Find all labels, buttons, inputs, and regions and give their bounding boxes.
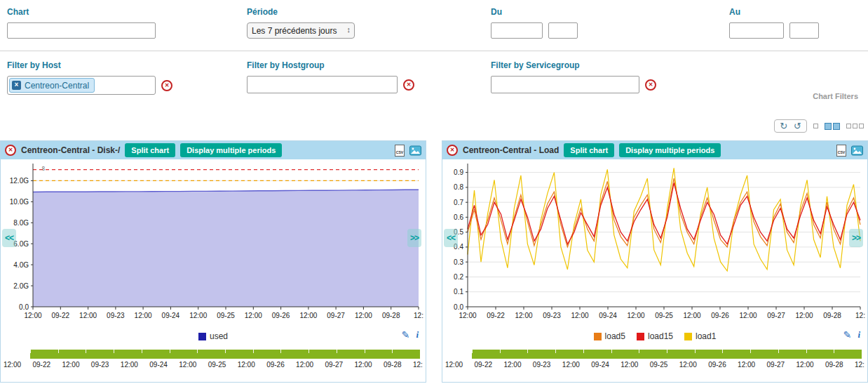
timeline-tick	[500, 350, 501, 353]
legend-label: load15	[648, 331, 673, 341]
svg-text:12:00: 12:00	[683, 312, 700, 319]
timeline-tick	[225, 350, 226, 353]
svg-text:CSV: CSV	[396, 150, 404, 154]
servicegroup-filter-input[interactable]	[491, 76, 639, 93]
timeline-tick	[30, 350, 31, 353]
csv-export-icon[interactable]: CSV	[394, 145, 406, 157]
refresh-controls: ↻ ↺	[774, 119, 807, 133]
svg-text:09-24: 09-24	[599, 312, 617, 319]
disk-scroll-left-button[interactable]: <<	[2, 229, 16, 247]
disk-split-chart-button[interactable]: Split chart	[125, 143, 175, 157]
legend-item[interactable]: load15	[637, 331, 673, 341]
chip-remove-icon[interactable]: ×	[12, 81, 21, 90]
load-scroll-right-button[interactable]: >>	[849, 229, 863, 247]
svg-text:09-27: 09-27	[767, 312, 785, 319]
chart-filter-input[interactable]	[7, 22, 156, 39]
svg-text:09-25: 09-25	[217, 312, 235, 319]
clear-host-filter-icon[interactable]: ✕	[161, 80, 172, 91]
legend-item[interactable]: used	[198, 331, 228, 341]
timeline-label: 12:00	[296, 361, 313, 369]
timeline-label: 09-28	[825, 361, 843, 369]
load-multiple-periods-button[interactable]: Display multiple periods	[619, 143, 721, 157]
auto-refresh-icon[interactable]: ↺	[794, 121, 801, 131]
host-filter-input[interactable]: × Centreon-Central	[7, 76, 156, 95]
svg-text:12:00: 12:00	[189, 312, 207, 319]
svg-text:12:00: 12:00	[299, 312, 317, 319]
svg-text:12:00: 12:00	[515, 312, 532, 319]
timeline-tick	[170, 350, 170, 353]
timeline-label: 09-25	[650, 361, 668, 369]
to-time-input[interactable]	[789, 22, 819, 39]
timeline-tick	[778, 350, 779, 353]
timeline-label: 09-23	[91, 361, 109, 369]
clear-hostgroup-filter-icon[interactable]: ✕	[403, 79, 414, 91]
legend-label: used	[210, 331, 228, 341]
svg-text:12:00: 12:00	[795, 312, 813, 319]
chart-info-icon[interactable]: i	[857, 329, 860, 340]
timeline-label: 12:00	[62, 361, 79, 369]
timeline-tick	[280, 350, 281, 353]
disk-scroll-right-button[interactable]: >>	[407, 229, 421, 247]
timeline-label: 12:00	[503, 361, 521, 369]
host-tag-chip[interactable]: × Centreon-Central	[9, 78, 95, 93]
timeline-label: 09-24	[149, 361, 168, 369]
disk-chart-title: Centreon-Central - Disk-/	[21, 145, 120, 155]
load-timeline-labels: 12:0009-2212:0009-2312:0009-2412:0009-25…	[445, 361, 864, 369]
view-three-columns-button[interactable]	[846, 124, 864, 128]
edit-chart-icon[interactable]: ✎	[402, 329, 410, 340]
view-two-columns-button[interactable]	[825, 123, 840, 130]
load-scroll-left-button[interactable]: <<	[444, 229, 458, 247]
timeline-tick	[667, 350, 667, 353]
remove-disk-chart-icon[interactable]: ✕	[5, 145, 16, 156]
load-chart-plot[interactable]: 0.00.10.20.30.40.50.60.70.80.912:0009-22…	[442, 159, 867, 326]
period-field: Période Les 7 précédents jours ↕	[247, 7, 355, 39]
timeline-label: 12:00	[621, 361, 638, 369]
timeline-label: 12:00	[445, 361, 463, 369]
hostgroup-filter-input[interactable]	[247, 76, 398, 93]
remove-load-chart-icon[interactable]: ✕	[447, 145, 458, 156]
legend-label: load5	[605, 331, 625, 341]
disk-chart-plot[interactable]: 0.02.0G4.0G6.0G8.0G10.0G12.0G12:0009-221…	[1, 159, 426, 326]
from-time-input[interactable]	[548, 22, 578, 39]
timeline-tick	[253, 350, 254, 353]
timeline-tick	[472, 350, 473, 353]
csv-export-icon[interactable]: CSV	[836, 145, 848, 157]
svg-text:0.8: 0.8	[454, 183, 463, 191]
timeline-label: 12:00	[796, 361, 814, 369]
disk-multiple-periods-button[interactable]: Display multiple periods	[180, 143, 282, 157]
to-date-input[interactable]	[729, 22, 784, 39]
chart-filter-field: Chart	[7, 7, 156, 39]
svg-text:12:00: 12:00	[571, 312, 588, 319]
legend-item[interactable]: load5	[594, 331, 625, 341]
period-label: Période	[247, 7, 355, 17]
load-timeline-bar[interactable]	[472, 350, 862, 359]
image-export-icon[interactable]	[851, 145, 863, 157]
svg-text:12:00: 12:00	[135, 312, 152, 319]
timeline-tick	[806, 350, 807, 353]
from-date-input[interactable]	[491, 22, 543, 39]
load-split-chart-button[interactable]: Split chart	[564, 143, 614, 157]
legend-item[interactable]: load1	[684, 331, 716, 341]
host-filter-label: Filter by Host	[7, 60, 172, 70]
view-single-column-button[interactable]	[813, 124, 818, 128]
timeline-tick	[337, 350, 337, 353]
edit-chart-icon[interactable]: ✎	[843, 329, 852, 340]
refresh-icon[interactable]: ↻	[780, 121, 787, 131]
svg-text:10.0G: 10.0G	[10, 198, 29, 206]
timeline-label: 09-26	[266, 361, 285, 369]
svg-text:09-23: 09-23	[107, 312, 125, 319]
disk-timeline-bar[interactable]	[30, 350, 420, 359]
timeline-tick	[555, 350, 556, 353]
charts-toolbar: ↻ ↺	[774, 119, 864, 133]
image-export-icon[interactable]	[409, 145, 421, 157]
chart-info-icon[interactable]: i	[416, 329, 419, 340]
timeline-tick	[750, 350, 751, 353]
clear-servicegroup-filter-icon[interactable]: ✕	[645, 79, 656, 91]
disk-timeline-labels: 12:0009-2212:0009-2312:0009-2412:0009-25…	[4, 361, 423, 369]
period-select[interactable]: Les 7 précédents jours	[247, 22, 355, 39]
svg-text:09-24: 09-24	[162, 312, 180, 319]
timeline-tick	[695, 350, 696, 353]
load-chart-panel: ✕ Centreon-Central - Load Split chart Di…	[442, 140, 868, 383]
hostgroup-filter-field: Filter by Hostgroup ✕	[247, 60, 414, 93]
svg-text:09-22: 09-22	[52, 312, 70, 319]
